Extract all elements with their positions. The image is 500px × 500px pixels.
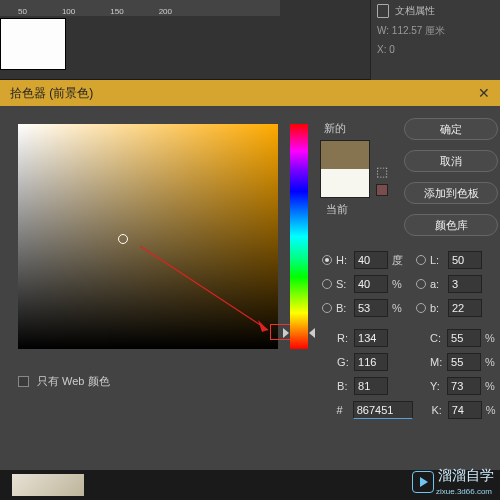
web-only-label: 只有 Web 颜色 — [37, 374, 110, 389]
label-r: R: — [337, 332, 350, 344]
unit-y: % — [485, 380, 498, 392]
radio-s[interactable] — [322, 279, 332, 289]
input-m[interactable] — [447, 353, 481, 371]
dialog-titlebar[interactable]: 拾色器 (前景色) ✕ — [0, 80, 500, 106]
label-b: B: — [336, 302, 350, 314]
input-hex[interactable] — [353, 401, 413, 419]
input-b[interactable] — [354, 299, 388, 317]
dialog-title: 拾色器 (前景色) — [10, 85, 93, 102]
new-color-swatch[interactable] — [321, 141, 369, 169]
unit-k: % — [486, 404, 498, 416]
current-color-swatch[interactable] — [321, 169, 369, 197]
close-icon[interactable]: ✕ — [478, 85, 490, 101]
hue-slider-handle-right-icon[interactable] — [309, 328, 315, 338]
picker-cursor-icon[interactable] — [118, 234, 128, 244]
label-g: G: — [337, 356, 350, 368]
input-l[interactable] — [448, 251, 482, 269]
width-readout: W: 112.57 厘米 — [377, 24, 494, 38]
input-bl[interactable] — [354, 377, 388, 395]
unit-h: 度 — [392, 253, 406, 268]
properties-panel: 文档属性 W: 112.57 厘米 X: 0 — [370, 0, 500, 80]
input-c[interactable] — [447, 329, 481, 347]
color-picker-dialog: 拾色器 (前景色) ✕ 新的 当前 ⬚ 确定 取消 添加到色板 颜色库 — [0, 80, 500, 500]
ok-button[interactable]: 确定 — [404, 118, 498, 140]
unit-m: % — [485, 356, 498, 368]
unit-b: % — [392, 302, 406, 314]
ruler-tick: 50 — [18, 7, 27, 16]
properties-title: 文档属性 — [395, 4, 435, 18]
dialog-buttons: 确定 取消 添加到色板 颜色库 — [404, 118, 498, 236]
radio-bb[interactable] — [416, 303, 426, 313]
hue-slider[interactable] — [290, 124, 308, 349]
app-background: 50 100 150 200 ✱ 文档属性 W: 112.57 厘米 X: 0 — [0, 0, 500, 80]
new-color-label: 新的 — [324, 121, 390, 136]
bottom-bar: 溜溜自学 zixue.3d66.com — [0, 470, 500, 500]
x-readout: X: 0 — [377, 44, 494, 55]
ruler-tick: 100 — [62, 7, 75, 16]
watermark: 溜溜自学 zixue.3d66.com — [412, 467, 494, 496]
label-k: K: — [432, 404, 444, 416]
color-libraries-button[interactable]: 颜色库 — [404, 214, 498, 236]
cancel-button[interactable]: 取消 — [404, 150, 498, 172]
input-k[interactable] — [448, 401, 482, 419]
label-s: S: — [336, 278, 350, 290]
input-s[interactable] — [354, 275, 388, 293]
brand-play-icon — [412, 471, 434, 493]
document-icon — [377, 4, 389, 18]
input-r[interactable] — [354, 329, 388, 347]
layer-thumbnail[interactable] — [12, 474, 84, 496]
input-g[interactable] — [354, 353, 388, 371]
label-m: M: — [430, 356, 443, 368]
ruler-tick: 150 — [110, 7, 123, 16]
label-a: a: — [430, 278, 444, 290]
radio-b[interactable] — [322, 303, 332, 313]
ruler-tick: 200 — [159, 7, 172, 16]
radio-h[interactable] — [322, 255, 332, 265]
saturation-brightness-field[interactable] — [18, 124, 278, 349]
add-to-swatches-button[interactable]: 添加到色板 — [404, 182, 498, 204]
label-hex: # — [337, 404, 349, 416]
input-a[interactable] — [448, 275, 482, 293]
hue-slider-handle-left-icon[interactable] — [283, 328, 289, 338]
color-swatch[interactable] — [320, 140, 370, 198]
current-color-label: 当前 — [326, 202, 390, 217]
label-c: C: — [430, 332, 443, 344]
canvas-preview — [0, 18, 66, 70]
brand-name: 溜溜自学 — [438, 467, 494, 485]
brand-url: zixue.3d66.com — [436, 487, 494, 496]
label-h: H: — [336, 254, 350, 266]
gamut-warning-swatch[interactable] — [376, 184, 388, 196]
color-values: H: 度 L: S: % a: B: % — [322, 248, 498, 422]
unit-c: % — [485, 332, 498, 344]
cube-icon[interactable]: ⬚ — [376, 164, 388, 179]
label-l: L: — [430, 254, 444, 266]
label-bl: B: — [337, 380, 350, 392]
label-bb: b: — [430, 302, 444, 314]
unit-s: % — [392, 278, 406, 290]
radio-a[interactable] — [416, 279, 426, 289]
input-y[interactable] — [447, 377, 481, 395]
label-y: Y: — [430, 380, 443, 392]
checkbox-web-only[interactable] — [18, 376, 29, 387]
ruler: 50 100 150 200 — [0, 0, 280, 16]
web-colors-only[interactable]: 只有 Web 颜色 — [18, 374, 110, 389]
radio-l[interactable] — [416, 255, 426, 265]
input-h[interactable] — [354, 251, 388, 269]
input-bb[interactable] — [448, 299, 482, 317]
